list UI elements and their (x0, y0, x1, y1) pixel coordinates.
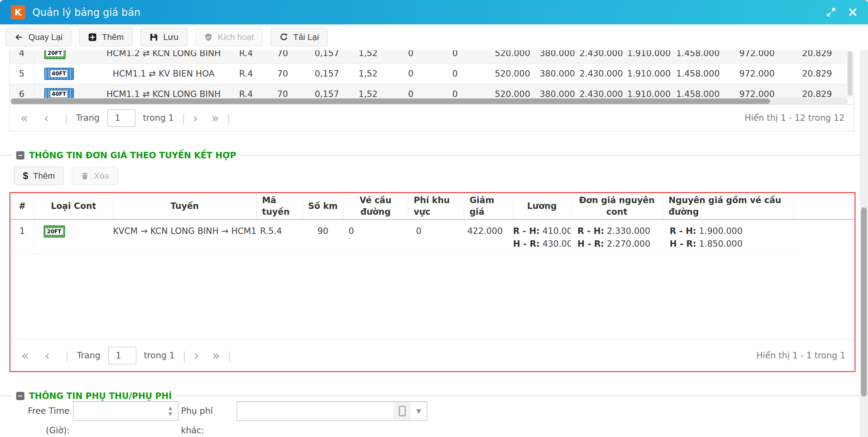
main-toolbar: Quay Lại Thêm Lưu Kích hoạt Tải Lại (0, 24, 868, 50)
window-scrollbar-thumb[interactable] (861, 207, 867, 397)
surcharge-form: Free Time (Giờ): ▲ ▼ Phụ phí khác: ▼ (0, 401, 868, 421)
pager-separator: | (64, 112, 68, 124)
pager-separator: | (182, 112, 185, 124)
col-header[interactable]: Nguyên giá gồm vé cầu đường (663, 193, 794, 219)
pager-summary: Hiển thị 1 - 12 trong 12 (745, 113, 844, 123)
app-logo: K (11, 5, 25, 19)
top-grid-pager: « ‹ | Trang trong 1 | › » | Hiển thị 1 -… (9, 104, 854, 131)
free-time-label: Free Time (Giờ): (11, 401, 70, 421)
prev-page-icon[interactable]: ‹ (44, 349, 50, 362)
price-table-window: K Quản lý bảng giá bán Quay Lại Thêm Lưu… (0, 0, 868, 437)
arrow-left-icon (14, 33, 24, 42)
pager-separator: | (227, 112, 230, 124)
price-rows-viewport: 4 20FT HCM1.2 ⇄ KCN LONG BINH R.4 70 0,1… (9, 50, 847, 98)
close-icon[interactable] (848, 7, 858, 17)
page-number-input[interactable] (107, 109, 135, 127)
combined-route-grid: # Loại Cont Tuyến Mã tuyến Số km Vé cầu … (9, 192, 856, 372)
activate-button[interactable]: Kích hoạt (195, 28, 263, 46)
combined-grid-pager: « ‹ | Trang trong 1 | › » | Hiển thị 1 -… (10, 340, 855, 371)
vertical-scrollbar-thumb[interactable] (847, 51, 852, 96)
add-route-price-button[interactable]: $ Thêm (14, 167, 64, 185)
first-page-icon[interactable]: « (21, 112, 28, 124)
browse-button[interactable] (394, 402, 411, 420)
spinner-up-icon[interactable]: ▲ (168, 406, 172, 410)
maximize-icon[interactable] (826, 7, 836, 18)
save-icon (149, 33, 158, 42)
window-scrollbar[interactable] (860, 50, 868, 437)
page-of-label: trong 1 (144, 350, 175, 361)
next-page-icon[interactable]: › (194, 349, 199, 362)
spinner-down-icon[interactable]: ▼ (168, 412, 172, 416)
container-20ft-icon: 20FT (44, 225, 65, 238)
dropdown-trigger[interactable]: ▼ (411, 402, 427, 420)
add-button[interactable]: Thêm (79, 28, 133, 46)
pager-summary: Hiển thị 1 - 1 trong 1 (756, 350, 845, 361)
horizontal-scrollbar[interactable] (10, 98, 848, 104)
col-header[interactable]: Tuyến (113, 193, 256, 219)
container-40ft-icon: 40FT (44, 68, 74, 80)
page-of-label: trong 1 (143, 113, 174, 123)
table-row[interactable]: 4 20FT HCM1.2 ⇄ KCN LONG BINH R.4 70 0,1… (9, 50, 847, 63)
col-header[interactable]: # (10, 193, 34, 219)
price-rows-grid: 4 20FT HCM1.2 ⇄ KCN LONG BINH R.4 70 0,1… (9, 50, 854, 131)
reload-button[interactable]: Tải Lại (271, 28, 328, 46)
col-header[interactable]: Loại Cont (34, 193, 113, 219)
horizontal-scrollbar-thumb[interactable] (11, 99, 770, 104)
col-header[interactable]: Phí khu vực (408, 193, 464, 219)
last-page-icon[interactable]: » (212, 112, 219, 124)
window-title: Quản lý bảng giá bán (32, 6, 141, 18)
free-time-field[interactable] (73, 402, 159, 420)
delete-route-price-button[interactable]: Xóa (72, 167, 118, 185)
other-fee-input[interactable]: ▼ (237, 401, 427, 421)
table-row[interactable]: 6 40FT HCM1.1 ⇄ KCN LONG BINH R.4 70 0,1… (9, 84, 847, 98)
pager-separator: | (183, 349, 186, 362)
pager-separator: | (65, 349, 69, 362)
next-page-icon[interactable]: › (193, 112, 198, 124)
page-label: Trang (77, 350, 100, 361)
refresh-icon (279, 33, 288, 42)
collapse-icon[interactable] (16, 151, 24, 160)
chevron-down-icon: ▼ (416, 407, 421, 415)
section-title: THÔNG TIN ĐƠN GIÁ THEO TUYẾN KẾT HỢP (29, 150, 236, 160)
title-bar: K Quản lý bảng giá bán (0, 0, 868, 24)
plus-square-icon (88, 33, 97, 42)
col-header[interactable]: Mã tuyến (256, 193, 303, 219)
col-header[interactable]: Đơn giá nguyên cont (571, 193, 663, 219)
col-header[interactable]: Lương (513, 193, 571, 219)
last-page-icon[interactable]: » (212, 349, 220, 362)
other-fee-label: Phụ phí khác: (181, 401, 231, 421)
pager-separator: | (228, 349, 231, 362)
container-40ft-icon: 40FT (44, 88, 74, 99)
collapse-icon[interactable] (16, 392, 24, 400)
table-row[interactable]: 5 40FT HCM1.1 ⇄ KV BIEN HOA R.4 70 0,157… (9, 63, 847, 84)
container-20ft-icon: 20FT (44, 50, 66, 59)
free-time-input[interactable]: ▲ ▼ (73, 401, 179, 421)
trash-icon (81, 172, 89, 180)
checkbox-icon (399, 406, 406, 416)
save-button[interactable]: Lưu (141, 28, 187, 46)
page-label: Trang (76, 113, 99, 123)
dollar-icon: $ (23, 170, 28, 181)
combined-toolbar: $ Thêm Xóa (14, 167, 118, 185)
number-spinner: ▲ ▼ (165, 402, 176, 420)
page-number-input[interactable] (108, 347, 136, 364)
section-title: THÔNG TIN PHỤ THU/PHỤ PHÍ (29, 391, 172, 401)
back-button[interactable]: Quay Lại (5, 28, 71, 46)
shield-check-icon (204, 33, 213, 42)
combined-grid-header: # Loại Cont Tuyến Mã tuyến Số km Vé cầu … (10, 193, 855, 219)
col-header[interactable]: Vé cầu đường (343, 193, 408, 219)
col-header[interactable]: Số km (303, 193, 343, 219)
vertical-scrollbar[interactable] (847, 50, 854, 98)
combined-grid-body: 1 20FT KVCM → KCN LONG BINH → HCM1.1 R.5… (10, 220, 794, 254)
first-page-icon[interactable]: « (21, 349, 29, 362)
prev-page-icon[interactable]: ‹ (44, 112, 49, 124)
other-fee-field[interactable] (237, 402, 394, 420)
section-header-surcharge: THÔNG TIN PHỤ THU/PHỤ PHÍ (0, 391, 868, 401)
col-header[interactable]: Giảm giá (464, 193, 513, 219)
table-row[interactable]: 1 20FT KVCM → KCN LONG BINH → HCM1.1 R.5… (10, 220, 794, 254)
section-header-combined: THÔNG TIN ĐƠN GIÁ THEO TUYẾN KẾT HỢP (0, 150, 868, 160)
